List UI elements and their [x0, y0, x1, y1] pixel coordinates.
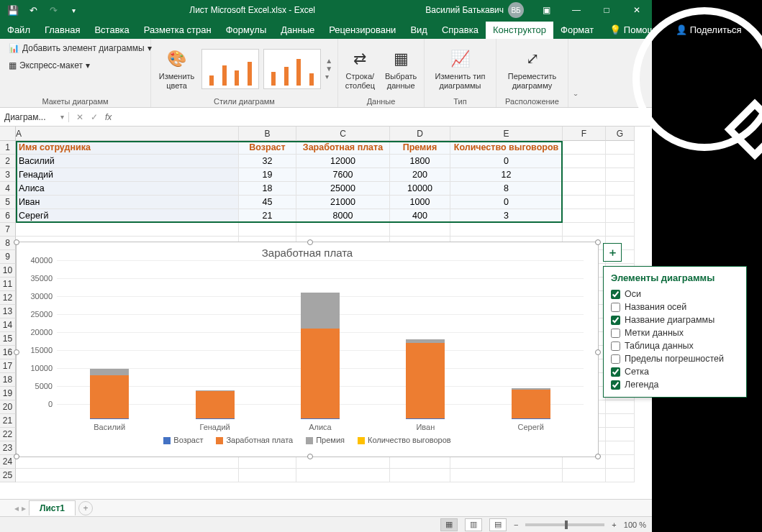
- bar-segment[interactable]: [196, 391, 235, 418]
- chart-plot-area[interactable]: 0500010000150002000025000300003500040000…: [57, 260, 584, 418]
- resize-handle[interactable]: [595, 349, 601, 355]
- row-header[interactable]: 10: [0, 264, 16, 278]
- row-header[interactable]: 14: [0, 318, 16, 332]
- resize-handle[interactable]: [595, 454, 601, 459]
- cell[interactable]: [606, 455, 635, 469]
- bar-segment[interactable]: [301, 329, 340, 418]
- page-break-view-icon[interactable]: ▤: [489, 518, 507, 531]
- cell[interactable]: 45: [239, 196, 296, 209]
- chart-title[interactable]: Заработная плата: [17, 242, 598, 260]
- resize-handle[interactable]: [307, 239, 313, 245]
- bar-segment[interactable]: [301, 293, 340, 329]
- legend-item[interactable]: Заработная плата: [216, 436, 293, 444]
- col-header[interactable]: C: [296, 127, 390, 141]
- row-header[interactable]: 23: [0, 441, 16, 455]
- checkbox[interactable]: [611, 316, 620, 325]
- cell[interactable]: 400: [390, 209, 450, 223]
- cell[interactable]: [563, 182, 606, 196]
- resize-handle[interactable]: [14, 239, 19, 245]
- cell[interactable]: 21: [239, 209, 296, 223]
- cell[interactable]: [606, 223, 635, 237]
- cells-area[interactable]: 1Имя сотрудникаВозрастЗаработная платаПр…: [0, 141, 652, 499]
- cell[interactable]: 12000: [296, 155, 390, 168]
- ribbon-display-icon[interactable]: ▣: [531, 0, 561, 20]
- switch-row-column-button[interactable]: ⇄Строка/ столбец: [343, 46, 378, 91]
- row-header[interactable]: 13: [0, 305, 16, 318]
- select-all-corner[interactable]: [0, 127, 16, 141]
- ribbon-tab[interactable]: Конструктор: [486, 22, 553, 39]
- cell[interactable]: 10000: [390, 182, 450, 196]
- legend-item[interactable]: Количество выговоров: [358, 436, 451, 444]
- cell[interactable]: [606, 441, 635, 455]
- select-data-button[interactable]: ▦Выбрать данные: [382, 46, 419, 91]
- row-header[interactable]: 11: [0, 278, 16, 291]
- cell[interactable]: [563, 155, 606, 168]
- chart-element-option[interactable]: Пределы погрешностей: [611, 352, 739, 365]
- cell[interactable]: 32: [239, 155, 296, 168]
- checkbox[interactable]: [611, 303, 620, 312]
- cell[interactable]: Иван: [16, 196, 239, 209]
- col-header[interactable]: A: [16, 127, 239, 141]
- row-header[interactable]: 17: [0, 359, 16, 373]
- row-header[interactable]: 25: [0, 469, 16, 482]
- cell[interactable]: 12: [450, 168, 563, 182]
- ribbon-tab[interactable]: Формулы: [219, 22, 274, 39]
- row-header[interactable]: 22: [0, 428, 16, 441]
- cell[interactable]: [563, 223, 606, 237]
- cell[interactable]: [606, 414, 635, 428]
- ribbon-tab[interactable]: Справка: [435, 22, 486, 39]
- cell[interactable]: Серегй: [16, 209, 239, 223]
- move-chart-button[interactable]: ⤢Переместить диаграмму: [505, 46, 559, 91]
- add-chart-element-button[interactable]: 📊Добавить элемент диаграммы ▾: [6, 42, 155, 55]
- cell[interactable]: [563, 469, 606, 482]
- zoom-slider[interactable]: [525, 523, 604, 526]
- name-box[interactable]: Диаграм...▾: [0, 112, 69, 122]
- change-chart-type-button[interactable]: 📈Изменить тип диаграммы: [432, 46, 489, 91]
- checkbox[interactable]: [611, 354, 620, 364]
- chart-style-thumb-2[interactable]: [263, 49, 321, 89]
- cell[interactable]: [606, 168, 635, 182]
- chart-element-option[interactable]: Название диаграммы: [611, 313, 739, 326]
- cell[interactable]: 25000: [296, 182, 390, 196]
- bar-segment[interactable]: [512, 390, 550, 418]
- cell[interactable]: [450, 469, 563, 482]
- resize-handle[interactable]: [307, 454, 313, 459]
- cell[interactable]: Возраст: [239, 141, 296, 155]
- account-chip[interactable]: Василий Батькавич ВБ: [418, 2, 531, 18]
- col-header[interactable]: F: [563, 127, 606, 141]
- cell[interactable]: [296, 223, 390, 237]
- col-header[interactable]: E: [450, 127, 563, 141]
- cell[interactable]: 7600: [296, 168, 390, 182]
- cell[interactable]: [606, 428, 635, 441]
- chart-element-option[interactable]: Легенда: [611, 378, 739, 391]
- resize-handle[interactable]: [595, 239, 601, 245]
- chart-element-option[interactable]: Метки данных: [611, 326, 739, 339]
- zoom-in-button[interactable]: +: [612, 520, 616, 529]
- chart-element-option[interactable]: Сетка: [611, 365, 739, 378]
- col-header[interactable]: D: [390, 127, 450, 141]
- minimize-icon[interactable]: —: [561, 0, 591, 20]
- checkbox[interactable]: [611, 341, 620, 351]
- chart-element-option[interactable]: Названия осей: [611, 301, 739, 313]
- cell[interactable]: [16, 469, 239, 482]
- cell[interactable]: [239, 469, 296, 482]
- row-header[interactable]: 2: [0, 155, 16, 168]
- bar-segment[interactable]: [90, 369, 129, 375]
- zoom-level[interactable]: 100 %: [624, 520, 646, 529]
- styles-gallery-scroll[interactable]: ▲▼▾: [325, 57, 332, 81]
- ribbon-tab[interactable]: Вставка: [87, 22, 136, 39]
- cell[interactable]: Заработная плата: [296, 141, 390, 155]
- row-header[interactable]: 21: [0, 414, 16, 428]
- cell[interactable]: 0: [450, 196, 563, 209]
- undo-icon[interactable]: ↶: [24, 1, 42, 19]
- row-header[interactable]: 1: [0, 141, 16, 155]
- cell[interactable]: [563, 168, 606, 182]
- bar-segment[interactable]: [90, 375, 129, 418]
- qat-dropdown-icon[interactable]: ▾: [65, 1, 82, 19]
- row-header[interactable]: 20: [0, 400, 16, 414]
- sheet-nav-prev-icon[interactable]: ◂: [14, 503, 19, 513]
- page-layout-view-icon[interactable]: ▥: [465, 518, 482, 531]
- cell[interactable]: 200: [390, 168, 450, 182]
- chart-legend[interactable]: ВозрастЗаработная платаПремияКоличество …: [17, 436, 598, 444]
- cell[interactable]: [16, 223, 239, 237]
